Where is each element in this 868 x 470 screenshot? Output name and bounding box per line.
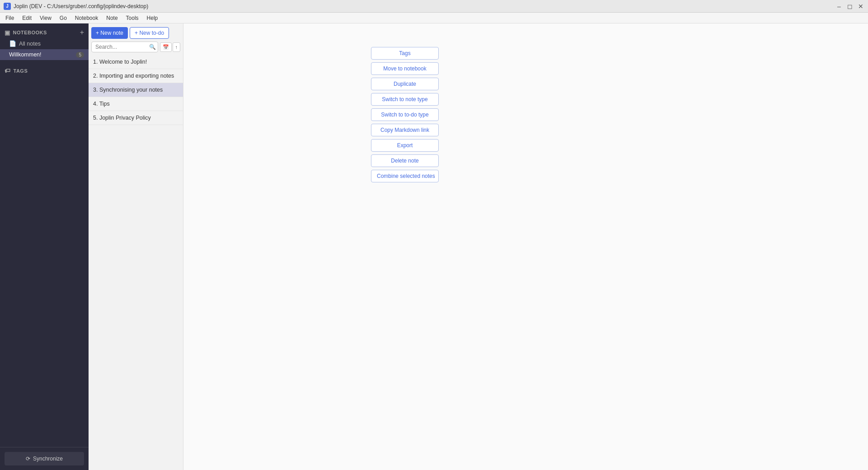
sync-label: Synchronize [33, 456, 63, 462]
search-bar: 🔍 📅 ↑ [89, 42, 183, 55]
sort-order-button[interactable]: ↑ [173, 42, 181, 52]
sort-buttons: 📅 ↑ [160, 42, 181, 52]
note-item[interactable]: 5. Joplin Privacy Policy [89, 111, 183, 125]
menu-item-edit[interactable]: Edit [19, 14, 35, 22]
action-btn-delete-note[interactable]: Delete note [371, 154, 439, 167]
tags-header: 🏷 TAGS [0, 65, 89, 76]
add-notebook-button[interactable]: + [80, 29, 84, 36]
sort-by-date-button[interactable]: 📅 [160, 42, 172, 52]
search-input[interactable] [91, 42, 158, 52]
tags-label: TAGS [14, 68, 28, 74]
minimize-button[interactable]: – [835, 3, 843, 10]
title-bar: J Joplin (DEV - C:/Users/gruber/.config/… [0, 0, 868, 13]
menu-bar: FileEditViewGoNotebookNoteToolsHelp [0, 13, 868, 23]
close-button[interactable]: ✕ [857, 3, 864, 10]
content-area: TagsMove to notebookDuplicateSwitch to n… [183, 23, 868, 470]
new-todo-button[interactable]: + New to-do [130, 27, 169, 39]
action-btn-move-to-notebook[interactable]: Move to notebook [371, 62, 439, 75]
menu-item-file[interactable]: File [2, 14, 18, 22]
menu-item-notebook[interactable]: Notebook [71, 14, 102, 22]
willkommen-label: Willkommen! [9, 51, 42, 58]
note-item[interactable]: 2. Importing and exporting notes [89, 69, 183, 83]
note-item[interactable]: 4. Tips [89, 97, 183, 111]
action-btn-copy-markdown-link[interactable]: Copy Markdown link [371, 124, 439, 136]
action-btn-switch-to-note-type[interactable]: Switch to note type [371, 93, 439, 106]
action-buttons-panel: TagsMove to notebookDuplicateSwitch to n… [371, 47, 439, 182]
menu-item-help[interactable]: Help [143, 14, 162, 22]
menu-item-note[interactable]: Note [103, 14, 121, 22]
menu-item-go[interactable]: Go [56, 14, 70, 22]
sidebar: ▣ NOTEBOOKS + 📄 All notes Willkommen! 5 … [0, 23, 89, 470]
note-item[interactable]: 1. Welcome to Joplin! [89, 55, 183, 69]
notes-panel: + New note + New to-do 🔍 📅 ↑ 1. Welcome … [89, 23, 183, 470]
title-bar-controls: – ◻ ✕ [835, 3, 864, 10]
notebooks-section: ▣ NOTEBOOKS + 📄 All notes Willkommen! 5 [0, 23, 89, 62]
menu-item-tools[interactable]: Tools [122, 14, 142, 22]
sidebar-item-willkommen[interactable]: Willkommen! 5 [0, 49, 89, 60]
notebooks-label: NOTEBOOKS [13, 30, 47, 35]
action-btn-export[interactable]: Export [371, 139, 439, 152]
action-btn-duplicate[interactable]: Duplicate [371, 78, 439, 90]
sidebar-bottom: ⟳ Synchronize [0, 447, 89, 470]
sidebar-item-all-notes[interactable]: 📄 All notes [0, 38, 89, 49]
notes-list: 1. Welcome to Joplin!2. Importing and ex… [89, 55, 183, 470]
tags-title-group: 🏷 TAGS [5, 67, 28, 74]
main-layout: ▣ NOTEBOOKS + 📄 All notes Willkommen! 5 … [0, 23, 868, 470]
action-btn-tags[interactable]: Tags [371, 47, 439, 60]
sync-button[interactable]: ⟳ Synchronize [5, 452, 84, 465]
all-notes-label: All notes [19, 41, 41, 47]
app-icon: J [4, 3, 11, 10]
search-wrapper: 🔍 [91, 42, 158, 52]
notebooks-title-group: ▣ NOTEBOOKS [5, 29, 47, 36]
notebooks-header: ▣ NOTEBOOKS + [0, 27, 89, 38]
search-icon[interactable]: 🔍 [149, 44, 156, 50]
menu-item-view[interactable]: View [36, 14, 55, 22]
tags-section: 🏷 TAGS [0, 62, 89, 78]
willkommen-badge: 5 [76, 52, 84, 58]
new-note-button[interactable]: + New note [91, 27, 128, 39]
restore-button[interactable]: ◻ [846, 3, 854, 10]
action-btn-combine-selected-notes[interactable]: Combine selected notes [371, 170, 439, 182]
sync-icon: ⟳ [26, 456, 30, 462]
action-btn-switch-to-todo-type[interactable]: Switch to to-do type [371, 108, 439, 121]
title-bar-text: Joplin (DEV - C:/Users/gruber/.config/jo… [14, 3, 835, 9]
notebooks-icon: ▣ [5, 29, 10, 36]
tags-icon: 🏷 [5, 67, 11, 74]
note-item[interactable]: 3. Synchronising your notes [89, 83, 183, 97]
notes-toolbar: + New note + New to-do [89, 23, 183, 42]
all-notes-icon: 📄 [9, 40, 16, 47]
